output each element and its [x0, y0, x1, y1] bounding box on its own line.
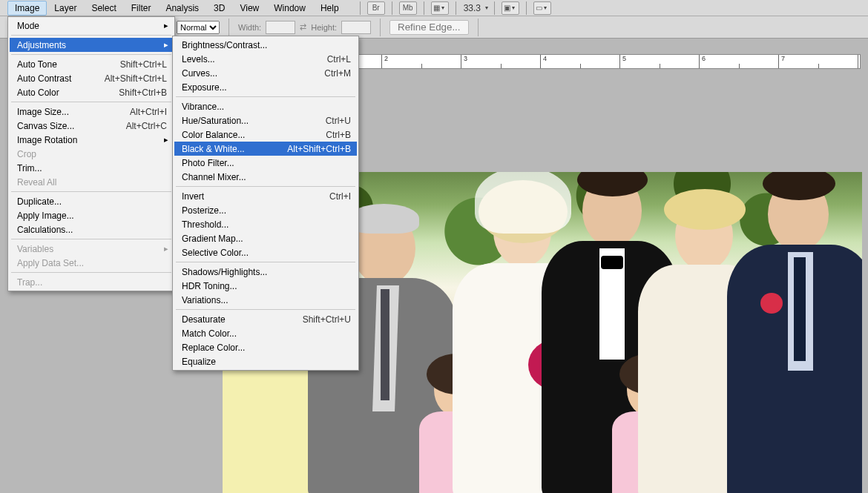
adjustments-item-label: Channel Mixer...: [182, 172, 351, 182]
image-menu-item-trim[interactable]: Trim...: [10, 161, 173, 175]
image-menu-item-auto-color[interactable]: Auto ColorShift+Ctrl+B: [10, 85, 173, 99]
adjustments-item-variations[interactable]: Variations...: [174, 293, 357, 307]
options-divider: [228, 19, 229, 36]
image-menu-item-label: Trim...: [17, 163, 167, 173]
image-menu-item-label: Auto Tone: [17, 59, 107, 70]
menu-analysis[interactable]: Analysis: [158, 1, 206, 16]
adjustments-item-hdr-toning[interactable]: HDR Toning...: [174, 279, 357, 293]
menubar-items: ImageLayerSelectFilterAnalysis3DViewWind…: [7, 1, 346, 16]
menu-window[interactable]: Window: [266, 1, 313, 16]
image-menu-item-shortcut: Shift+Ctrl+B: [105, 87, 167, 98]
adjustments-item-shortcut: Alt+Shift+Ctrl+B: [274, 144, 351, 154]
image-menu-item-label: Mode: [17, 21, 167, 31]
menu-view[interactable]: View: [232, 1, 266, 16]
image-menu-item-separator: [11, 54, 171, 55]
menu-layer[interactable]: Layer: [47, 1, 84, 16]
adjustments-item-black-white[interactable]: Black & White...Alt+Shift+Ctrl+B: [174, 142, 357, 156]
adjustments-item-label: HDR Toning...: [182, 281, 351, 291]
adjustments-item-levels[interactable]: Levels...Ctrl+L: [174, 52, 357, 66]
height-label: Height:: [311, 23, 337, 32]
image-menu-item-canvas-size[interactable]: Canvas Size...Alt+Ctrl+C: [10, 119, 173, 133]
adjustments-item-label: Invert: [182, 191, 316, 202]
toolbar-separator: [424, 1, 424, 15]
adjustments-submenu: Brightness/Contrast...Levels...Ctrl+LCur…: [172, 36, 359, 371]
toolbar-separator: [360, 1, 361, 15]
adjustments-item-label: Variations...: [182, 295, 351, 305]
image-menu-item-mode[interactable]: Mode: [10, 19, 173, 33]
image-menu-item-label: Variables: [17, 244, 167, 254]
image-menu-item-auto-tone[interactable]: Auto ToneShift+Ctrl+L: [10, 57, 173, 71]
adjustments-item-label: Threshold...: [182, 219, 351, 230]
image-menu-item-reveal-all: Reveal All: [10, 175, 173, 189]
swap-dimensions-icon[interactable]: ⇄: [300, 22, 306, 32]
menu-3d[interactable]: 3D: [206, 1, 232, 16]
image-menu-item-crop: Crop: [10, 147, 173, 161]
toolbar-separator: [392, 1, 392, 15]
image-menu-item-label: Auto Contrast: [17, 73, 91, 84]
adjustments-item-curves[interactable]: Curves...Ctrl+M: [174, 66, 357, 80]
adjustments-item-channel-mixer[interactable]: Channel Mixer...: [174, 170, 357, 184]
toolbar-separator: [494, 1, 495, 15]
width-field[interactable]: [266, 21, 295, 34]
adjustments-item-equalize[interactable]: Equalize: [174, 354, 357, 368]
adjustments-item-photo-filter[interactable]: Photo Filter...: [174, 156, 357, 170]
blend-mode-select[interactable]: Normal: [177, 21, 220, 34]
bridge-button[interactable]: Br: [367, 1, 385, 15]
adjustments-item-replace-color[interactable]: Replace Color...: [174, 340, 357, 354]
image-menu-item-image-rotation[interactable]: Image Rotation: [10, 133, 173, 147]
adjustments-item-label: Posterize...: [182, 205, 351, 216]
adjustments-item-desaturate[interactable]: DesaturateShift+Ctrl+U: [174, 312, 357, 326]
image-menu-item-calculations[interactable]: Calculations...: [10, 222, 173, 236]
image-menu-item-image-size[interactable]: Image Size...Alt+Ctrl+I: [10, 105, 173, 119]
ruler-tick: 7: [779, 55, 858, 68]
image-menu-item-separator: [11, 272, 171, 273]
image-menu-item-auto-contrast[interactable]: Auto ContrastAlt+Shift+Ctrl+L: [10, 71, 173, 85]
menu-filter[interactable]: Filter: [124, 1, 159, 16]
image-menu-item-separator: [11, 239, 171, 239]
adjustments-item-shortcut: Ctrl+M: [311, 68, 351, 79]
refine-edge-button[interactable]: Refine Edge...: [389, 20, 468, 35]
menu-select[interactable]: Select: [84, 1, 123, 16]
adjustments-item-invert[interactable]: InvertCtrl+I: [174, 189, 357, 203]
image-menu-item-adjustments[interactable]: Adjustments: [10, 38, 173, 52]
ruler-tick: 5: [620, 55, 700, 68]
image-menu-item-shortcut: Alt+Ctrl+C: [113, 121, 167, 131]
adjustments-item-label: Color Balance...: [182, 130, 312, 140]
image-menu-item-label: Apply Image...: [17, 211, 167, 221]
zoom-dropdown-icon[interactable]: ▾: [484, 4, 490, 11]
adjustments-item-color-balance[interactable]: Color Balance...Ctrl+B: [174, 128, 357, 142]
image-menu-item-label: Image Rotation: [17, 135, 167, 145]
screen-mode-button[interactable]: ▭▾: [533, 1, 551, 15]
image-menu-dropdown: ModeAdjustmentsAuto ToneShift+Ctrl+LAuto…: [7, 16, 175, 291]
image-menu-item-variables: Variables: [10, 242, 173, 256]
view-extras-button[interactable]: ▦▾: [431, 1, 449, 15]
adjustments-item-posterize[interactable]: Posterize...: [174, 203, 357, 217]
adjustments-item-hue-saturation[interactable]: Hue/Saturation...Ctrl+U: [174, 113, 357, 128]
image-menu-item-apply-image[interactable]: Apply Image...: [10, 208, 173, 222]
adjustments-item-vibrance[interactable]: Vibrance...: [174, 99, 357, 113]
adjustments-item-match-color[interactable]: Match Color...: [174, 326, 357, 340]
image-menu-item-label: Calculations...: [17, 225, 167, 235]
adjustments-item-brightness-contrast[interactable]: Brightness/Contrast...: [174, 38, 357, 52]
adjustments-item-selective-color[interactable]: Selective Color...: [174, 245, 357, 259]
zoom-level[interactable]: 33.3: [461, 3, 484, 13]
arrange-documents-button[interactable]: ▣▾: [502, 1, 519, 15]
height-field[interactable]: [341, 21, 371, 34]
adjustments-item-label: Black & White...: [182, 144, 274, 154]
adjustments-item-threshold[interactable]: Threshold...: [174, 217, 357, 231]
image-menu-item-trap: Trap...: [10, 275, 173, 289]
menu-help[interactable]: Help: [313, 1, 346, 16]
image-menu-item-duplicate[interactable]: Duplicate...: [10, 194, 173, 208]
adjustments-item-label: Gradient Map...: [182, 234, 351, 244]
adjustments-item-exposure[interactable]: Exposure...: [174, 80, 357, 94]
image-menu-item-label: Crop: [17, 149, 167, 159]
image-menu-item-label: Trap...: [17, 277, 167, 288]
width-label: Width:: [238, 23, 261, 32]
adjustments-item-shadows-highlights[interactable]: Shadows/Highlights...: [174, 265, 357, 279]
adjustments-item-label: Exposure...: [182, 82, 351, 93]
menu-image[interactable]: Image: [7, 1, 47, 16]
adjustments-item-label: Match Color...: [182, 328, 351, 339]
minibridge-button[interactable]: Mb: [399, 1, 417, 15]
adjustments-item-gradient-map[interactable]: Gradient Map...: [174, 231, 357, 245]
ruler-tick: 4: [541, 55, 620, 68]
